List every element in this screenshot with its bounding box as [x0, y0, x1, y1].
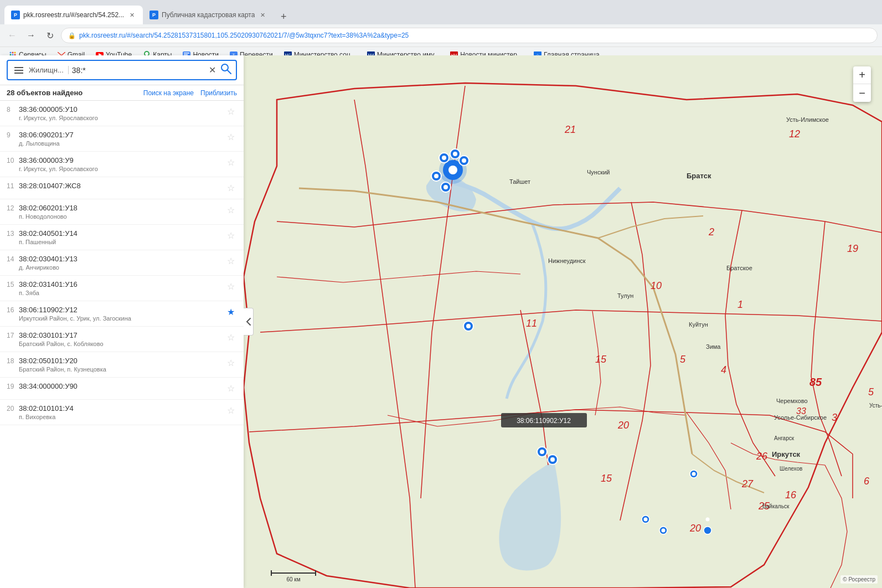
result-item[interactable]: 8 38:36:000005:У10 г. Иркутск, ул. Яросл…	[0, 101, 244, 126]
result-favorite-button[interactable]: ☆	[225, 156, 237, 169]
result-item[interactable]: 11 38:28:010407:ЖС8 ☆	[0, 177, 244, 199]
result-favorite-button[interactable]: ☆	[225, 331, 237, 344]
svg-text:Тулун: Тулун	[617, 292, 633, 299]
result-item[interactable]: 19 38:34:000000:У90 ☆	[0, 378, 244, 400]
back-button[interactable]: ←	[4, 28, 20, 43]
zoom-button[interactable]: Приблизить	[200, 89, 237, 97]
address-bar[interactable]: 🔒 pkk.rosreestr.ru/#/search/54.252815373…	[61, 28, 878, 43]
result-item[interactable]: 13 38:02:040501:У14 п. Пашенный ☆	[0, 225, 244, 250]
svg-text:5: 5	[868, 386, 874, 398]
result-number: 15	[7, 281, 19, 288]
result-info: 38:02:030401:У13 д. Анчириково	[19, 255, 225, 271]
result-info: 38:34:000000:У90	[19, 382, 225, 390]
search-on-screen-button[interactable]: Поиск на экране	[143, 89, 194, 97]
result-favorite-button[interactable]: ★	[225, 306, 237, 318]
result-item[interactable]: 17 38:02:030101:У17 Братский Район, с. К…	[0, 327, 244, 352]
result-item[interactable]: 20 38:02:010101:У4 п. Вихоревка ☆	[0, 400, 244, 425]
result-number: 20	[7, 405, 19, 412]
svg-point-94	[434, 174, 439, 178]
result-item[interactable]: 9 38:06:090201:У7 д. Лыловщина ☆	[0, 126, 244, 152]
result-number: 9	[7, 131, 19, 139]
result-address: д. Лыловщина	[19, 140, 225, 147]
result-address: Братский Район, с. Кобляково	[19, 341, 225, 347]
svg-text:5: 5	[680, 354, 686, 365]
svg-text:85: 85	[809, 376, 822, 388]
result-favorite-button[interactable]: ☆	[225, 255, 237, 267]
svg-text:10: 10	[651, 280, 662, 291]
svg-text:15: 15	[595, 354, 607, 365]
result-favorite-button[interactable]: ☆	[225, 280, 237, 293]
result-number: 12	[7, 204, 19, 212]
results-actions: Поиск на экране Приблизить	[143, 89, 237, 97]
tab-favicon-active: P	[11, 11, 20, 19]
result-code: 38:02:040501:У14	[19, 229, 225, 238]
results-header: 28 объектов найдено Поиск на экране Приб…	[0, 85, 244, 101]
svg-text:12: 12	[789, 128, 800, 140]
result-item[interactable]: 14 38:02:030401:У13 д. Анчириково ☆	[0, 250, 244, 276]
svg-point-86	[448, 166, 457, 174]
result-item[interactable]: 16 38:06:110902:У12 Иркутский Район, с. …	[0, 301, 244, 327]
svg-text:15: 15	[601, 473, 612, 484]
browser-chrome: P pkk.rosreestr.ru/#/search/54.252... ✕ …	[0, 0, 882, 55]
result-address: п. Зяба	[19, 290, 225, 296]
search-input[interactable]	[72, 66, 204, 75]
result-item[interactable]: 15 38:02:031401:У16 п. Зяба ☆	[0, 276, 244, 301]
result-code: 38:02:031401:У16	[19, 280, 225, 288]
result-item[interactable]: 12 38:02:060201:У18 п. Новодолоново ☆	[0, 199, 244, 225]
svg-point-0	[10, 51, 12, 53]
svg-text:Братск: Братск	[687, 172, 711, 180]
result-info: 38:36:000003:У9 г. Иркутск, ул. Ярославс…	[19, 156, 225, 172]
result-address: п. Новодолоново	[19, 213, 225, 220]
svg-point-27	[221, 64, 228, 71]
zoom-in-button[interactable]: +	[853, 66, 871, 84]
result-number: 18	[7, 357, 19, 365]
result-favorite-button[interactable]: ☆	[225, 357, 237, 369]
result-code: 38:02:030101:У17	[19, 331, 225, 339]
forward-button[interactable]: →	[23, 28, 39, 43]
tab-close-active[interactable]: ✕	[127, 11, 136, 19]
result-favorite-button[interactable]: ☆	[225, 105, 237, 118]
result-favorite-button[interactable]: ☆	[225, 131, 237, 143]
nav-bar: ← → ↻ 🔒 pkk.rosreestr.ru/#/search/54.252…	[0, 24, 882, 47]
result-code: 38:36:000003:У9	[19, 156, 225, 164]
result-number: 11	[7, 182, 19, 190]
reload-button[interactable]: ↻	[42, 28, 58, 43]
hamburger-menu[interactable]	[12, 65, 25, 76]
search-submit-button[interactable]	[220, 63, 231, 77]
sidebar-header: Жилищн... ✕	[0, 55, 244, 85]
result-favorite-button[interactable]: ☆	[225, 382, 237, 395]
svg-rect-15	[184, 54, 188, 55]
results-count: 28 объектов найдено	[7, 89, 82, 97]
svg-text:16: 16	[785, 489, 797, 501]
result-favorite-button[interactable]: ☆	[225, 182, 237, 194]
new-tab-button[interactable]: +	[276, 9, 291, 24]
svg-text:38:06:110902:У12: 38:06:110902:У12	[517, 417, 571, 425]
results-list: 8 38:36:000005:У10 г. Иркутск, ул. Яросл…	[0, 101, 244, 588]
svg-point-106	[692, 472, 696, 476]
svg-text:20: 20	[689, 523, 701, 534]
result-info: 38:02:060201:У18 п. Новодолоново	[19, 204, 225, 220]
result-favorite-button[interactable]: ☆	[225, 404, 237, 417]
zoom-out-button[interactable]: −	[853, 84, 871, 102]
svg-text:Усть-Ордынский: Усть-Ордынский	[869, 403, 882, 409]
zoom-controls: + −	[853, 66, 871, 102]
result-code: 38:02:030401:У13	[19, 255, 225, 263]
svg-point-110	[662, 529, 666, 533]
result-code: 38:36:000005:У10	[19, 105, 225, 114]
map-area[interactable]: 21 12 18 7 2 19 3 10 11 1 8 15 5 4 85 5 …	[244, 55, 882, 588]
svg-point-12	[145, 52, 148, 55]
tab-favicon-inactive: P	[149, 11, 158, 19]
result-code: 38:02:050101:У20	[19, 357, 225, 365]
result-favorite-button[interactable]: ☆	[225, 229, 237, 242]
result-code: 38:02:010101:У4	[19, 404, 225, 412]
result-item[interactable]: 10 38:36:000003:У9 г. Иркутск, ул. Яросл…	[0, 152, 244, 177]
result-item[interactable]: 18 38:02:050101:У20 Братский Район, п. К…	[0, 352, 244, 378]
tab-inactive[interactable]: P Публичная кадастровая карта ✕	[143, 6, 274, 24]
result-favorite-button[interactable]: ☆	[225, 204, 237, 216]
tab-active[interactable]: P pkk.rosreestr.ru/#/search/54.252... ✕	[4, 6, 143, 24]
tab-close-inactive[interactable]: ✕	[258, 11, 267, 19]
map-toggle-arrow[interactable]	[244, 308, 254, 336]
svg-text:60 км: 60 км	[286, 576, 300, 582]
search-clear-button[interactable]: ✕	[208, 64, 217, 76]
result-code: 38:34:000000:У90	[19, 382, 225, 390]
